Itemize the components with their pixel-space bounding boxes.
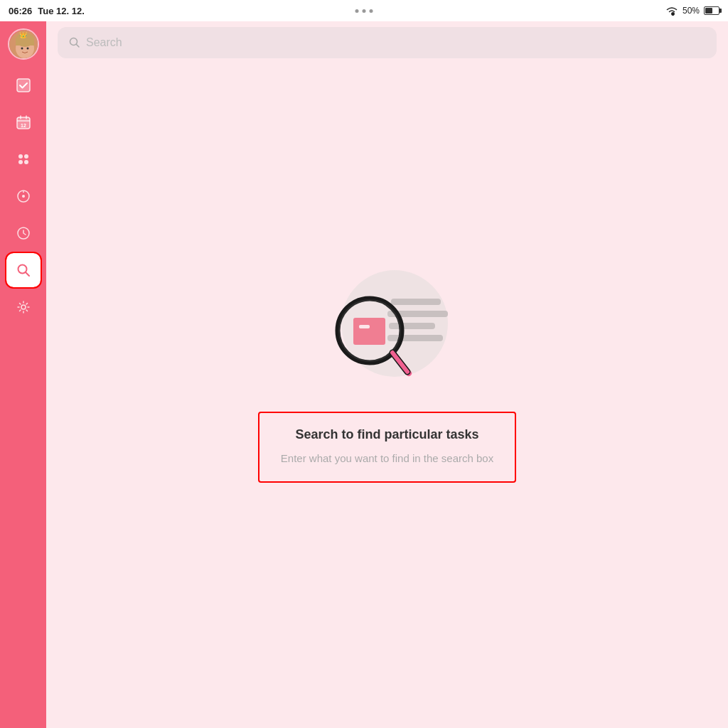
main-content: Search: [46, 21, 728, 728]
clock-icon: [16, 225, 31, 241]
calendar-icon: 12: [16, 114, 31, 130]
svg-point-15: [22, 195, 25, 198]
status-left: 06:26 Tue 12. 12.: [9, 6, 85, 16]
illustration-svg: [316, 267, 459, 395]
sidebar-item-calendar[interactable]: 12: [6, 105, 41, 139]
search-bar-icon: [69, 37, 80, 48]
search-bar[interactable]: Search: [58, 27, 717, 58]
check-icon: [16, 77, 31, 93]
svg-point-19: [21, 305, 26, 309]
empty-title: Search to find particular tasks: [281, 427, 493, 442]
svg-point-16: [23, 191, 24, 193]
sidebar-item-timer[interactable]: [6, 179, 41, 213]
battery-percent: 50%: [682, 6, 700, 16]
sidebar-item-tasks[interactable]: [6, 68, 41, 102]
svg-point-6: [26, 48, 28, 50]
svg-rect-22: [391, 299, 441, 305]
wifi-icon: [665, 6, 678, 16]
sidebar-item-settings[interactable]: [6, 290, 41, 324]
search-illustration: [316, 267, 459, 395]
dot2: [363, 9, 366, 13]
svg-point-10: [18, 154, 23, 159]
time-label: 06:26: [9, 6, 32, 16]
svg-point-12: [18, 160, 23, 164]
timer-icon: [16, 188, 31, 204]
avatar-image: 👑: [9, 30, 39, 60]
battery-icon: [704, 6, 719, 15]
dot1: [355, 9, 359, 13]
sidebar: 👑 12: [0, 21, 46, 728]
dot3: [370, 9, 373, 13]
sidebar-item-search[interactable]: [6, 253, 41, 287]
app-container: 👑 12: [0, 21, 728, 728]
search-icon: [16, 262, 31, 278]
status-bar: 06:26 Tue 12. 12. 50%: [0, 0, 728, 21]
search-input-placeholder: Search: [86, 36, 122, 49]
svg-rect-7: [17, 79, 30, 92]
date-label: Tue 12. 12.: [38, 6, 85, 16]
sidebar-item-apps[interactable]: [6, 142, 41, 176]
svg-point-5: [21, 48, 23, 50]
svg-point-13: [24, 160, 28, 164]
avatar[interactable]: 👑: [8, 28, 39, 60]
gear-icon: [16, 299, 31, 315]
grid-icon: [16, 151, 31, 167]
svg-rect-3: [16, 40, 34, 46]
empty-subtitle: Enter what you want to find in the searc…: [281, 451, 493, 467]
svg-point-11: [24, 154, 28, 159]
svg-text:12: 12: [21, 123, 26, 128]
search-bar-container: Search: [46, 21, 728, 64]
empty-text-box: Search to find particular tasks Enter wh…: [258, 412, 516, 483]
status-right: 50%: [665, 6, 719, 16]
empty-state: Search to find particular tasks Enter wh…: [46, 64, 728, 728]
sidebar-item-history[interactable]: [6, 216, 41, 250]
svg-text:👑: 👑: [19, 31, 28, 39]
